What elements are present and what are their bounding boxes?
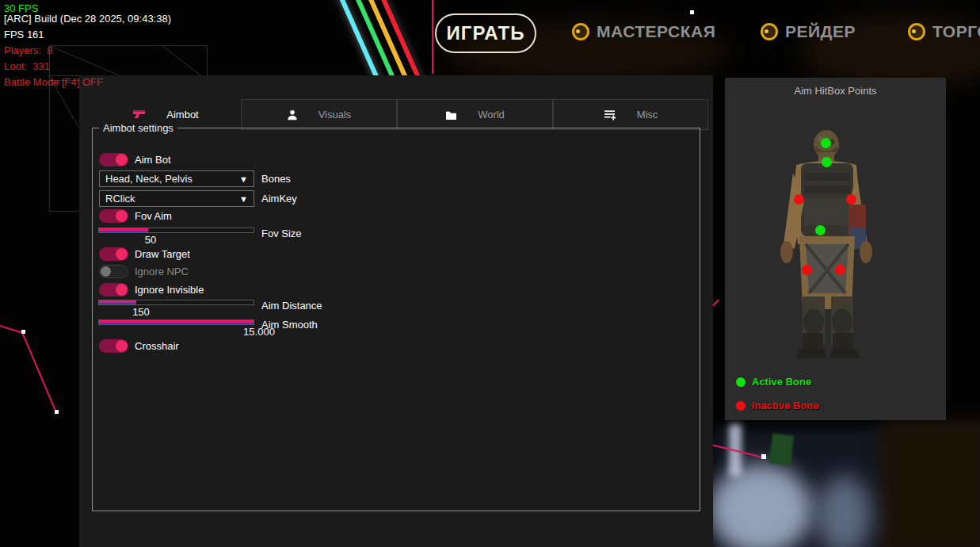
- nav-item-label: РЕЙДЕР: [785, 22, 856, 41]
- dropdown-value: Head, Neck, Pelvis: [105, 173, 193, 185]
- legend-label: Active Bone: [752, 376, 811, 388]
- ignore-invisible-toggle[interactable]: [99, 283, 128, 296]
- crosshair-toggle[interactable]: [99, 339, 128, 353]
- tab-visuals[interactable]: Visuals: [241, 99, 397, 130]
- toggle-row-aim-bot: Aim Bot: [99, 153, 171, 166]
- tab-label: Visuals: [318, 109, 352, 120]
- debug-overlay: 30 FPS [ARC] Build (Dec 28 2025, 09:43:3…: [4, 1, 171, 90]
- tracer-marker: [761, 454, 766, 459]
- nav-item-label: МАСТЕРСКАЯ: [597, 22, 715, 41]
- person-icon: [287, 109, 298, 120]
- toggle-row-ignore-invisible: Ignore Invisible: [99, 283, 204, 296]
- aimkey-dropdown[interactable]: RClick ▼: [99, 190, 254, 207]
- inactive-bone-dot: [736, 401, 745, 411]
- fov-aim-toggle[interactable]: [99, 209, 128, 223]
- pistol-icon: [132, 109, 146, 120]
- aim-distance-slider[interactable]: [98, 300, 254, 305]
- tab-world[interactable]: World: [397, 99, 553, 130]
- nav-item-workshop[interactable]: МАСТЕРСКАЯ: [572, 22, 715, 41]
- toggle-row-crosshair: Crosshair: [99, 339, 179, 353]
- aim-hitbox-panel: Aim HitBox Points: [725, 78, 946, 420]
- hitbox-point-left-arm[interactable]: [794, 194, 804, 205]
- aim-smooth-label: Aim Smooth: [261, 319, 318, 331]
- toggle-label: Draw Target: [135, 248, 190, 260]
- coin-icon: [761, 23, 778, 40]
- tracer-marker: [55, 410, 59, 414]
- legend-active-bone: Active Bone: [736, 376, 811, 388]
- battle-mode-line: Battle Mode [F4] OFF: [4, 75, 171, 90]
- nav-item-raider[interactable]: РЕЙДЕР: [761, 22, 856, 41]
- legend-label: Inactive Bone: [752, 400, 819, 411]
- group-title: Aimbot settings: [99, 122, 177, 134]
- fov-size-label: Fov Size: [261, 228, 302, 239]
- exit-sign: [769, 433, 794, 465]
- hitbox-point-pelvis[interactable]: [815, 225, 826, 235]
- active-bone-dot: [736, 377, 745, 387]
- cheat-menu-panel: Aimbot Visuals World Misc Aimbot setting…: [79, 75, 713, 547]
- hitbox-point-head[interactable]: [821, 138, 831, 148]
- loot-line: Loot: 331: [4, 59, 171, 75]
- hitbox-point-right-arm[interactable]: [846, 194, 856, 205]
- folder-icon: [445, 110, 457, 120]
- toggle-label: Aim Bot: [135, 154, 171, 166]
- fov-size-value: 50: [116, 234, 185, 246]
- fov-size-slider[interactable]: [98, 228, 254, 233]
- chevron-down-icon: ▼: [239, 174, 248, 184]
- draw-target-toggle[interactable]: [99, 247, 128, 261]
- dropdown-value: RClick: [105, 193, 135, 205]
- aim-distance-label: Aim Distance: [261, 300, 322, 312]
- tracer-marker: [21, 330, 25, 334]
- toggle-label: Crosshair: [135, 340, 179, 352]
- toggle-label: Ignore NPC: [135, 266, 189, 277]
- bones-dropdown[interactable]: Head, Neck, Pelvis ▼: [99, 170, 254, 187]
- ignore-npc-toggle[interactable]: [99, 265, 128, 278]
- aimkey-label: AimKey: [261, 193, 297, 205]
- aim-bot-toggle[interactable]: [99, 153, 128, 166]
- nav-item-trade[interactable]: ТОРГО: [908, 22, 980, 41]
- bones-label: Bones: [261, 173, 291, 185]
- toggle-row-fov-aim: Fov Aim: [99, 209, 172, 223]
- tracer-marker: [690, 10, 694, 14]
- chevron-down-icon: ▼: [239, 194, 248, 204]
- aim-smooth-slider[interactable]: [98, 319, 254, 325]
- playlist-add-icon: [604, 109, 616, 120]
- nav-item-label: ТОРГО: [932, 22, 980, 41]
- players-line: Players: 8: [4, 43, 171, 59]
- play-button[interactable]: ИГРАТЬ: [435, 13, 536, 53]
- hitbox-point-neck[interactable]: [822, 157, 832, 167]
- tab-misc[interactable]: Misc: [553, 99, 708, 130]
- hitbox-point-right-thigh[interactable]: [835, 265, 845, 275]
- tab-label: Misc: [637, 109, 658, 120]
- toggle-label: Ignore Invisible: [135, 284, 204, 296]
- coin-icon: [572, 23, 589, 40]
- tab-label: Aimbot: [166, 109, 198, 120]
- tab-label: World: [478, 109, 505, 120]
- toggle-row-draw-target: Draw Target: [99, 247, 190, 261]
- hitbox-point-left-thigh[interactable]: [802, 265, 812, 275]
- toggle-row-ignore-npc: Ignore NPC: [99, 265, 189, 278]
- toggle-label: Fov Aim: [135, 210, 172, 222]
- build-info: [ARC] Build (Dec 28 2025, 09:43:38): [4, 11, 171, 27]
- legend-inactive-bone: Inactive Bone: [736, 400, 819, 411]
- coin-icon: [908, 23, 925, 40]
- aim-distance-value: 150: [106, 306, 176, 318]
- tracer-line: [432, 0, 433, 74]
- fps-line: FPS 161: [4, 27, 171, 43]
